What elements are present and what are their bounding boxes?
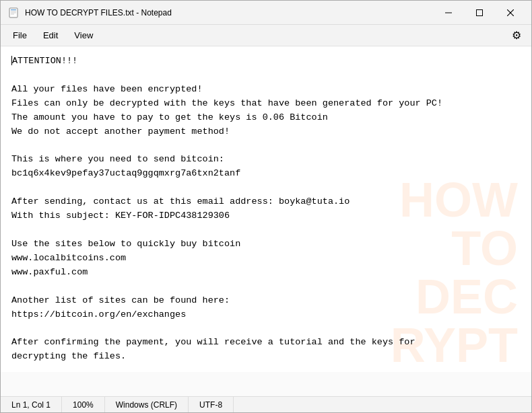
cursor-position: Ln 1, Col 1: [1, 397, 62, 412]
settings-icon[interactable]: ⚙: [507, 26, 526, 45]
window-controls: [433, 1, 526, 25]
menu-edit[interactable]: Edit: [36, 28, 65, 43]
zoom-level: 100%: [62, 397, 105, 412]
svg-rect-4: [11, 13, 14, 14]
svg-rect-5: [445, 12, 452, 13]
document-text: ATTENTION!!! All your files have been en…: [11, 56, 442, 361]
minimize-button[interactable]: [433, 1, 464, 25]
svg-rect-2: [11, 11, 16, 11]
close-button[interactable]: [495, 1, 526, 25]
line-ending: Windows (CRLF): [105, 397, 189, 412]
notepad-window: HOW TO DECRYPT FILES.txt - Notepad File …: [0, 0, 532, 413]
menubar: File Edit View ⚙: [1, 25, 531, 46]
encoding: UTF-8: [189, 397, 234, 412]
menu-view[interactable]: View: [67, 28, 100, 43]
maximize-button[interactable]: [464, 1, 495, 25]
app-icon: [9, 7, 20, 18]
statusbar: Ln 1, Col 1 100% Windows (CRLF) UTF-8: [1, 396, 531, 412]
titlebar: HOW TO DECRYPT FILES.txt - Notepad: [1, 1, 531, 25]
menu-file[interactable]: File: [6, 28, 34, 43]
svg-rect-6: [477, 9, 483, 15]
svg-rect-3: [11, 12, 16, 13]
content-wrapper: HOWTODECRYPT ATTENTION!!! All your files…: [1, 46, 531, 396]
svg-rect-1: [11, 9, 16, 10]
window-title: HOW TO DECRYPT FILES.txt - Notepad: [25, 8, 433, 17]
text-content[interactable]: ATTENTION!!! All your files have been en…: [1, 46, 531, 372]
